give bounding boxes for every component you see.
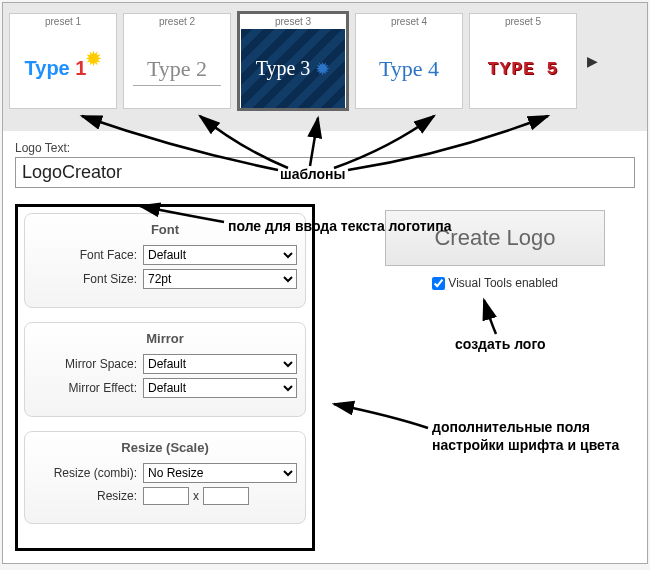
- resize-width-input[interactable]: [143, 487, 189, 505]
- font-face-label: Font Face:: [33, 248, 143, 262]
- mirror-space-select[interactable]: Default: [143, 354, 297, 374]
- resize-height-input[interactable]: [203, 487, 249, 505]
- panel-title: Mirror: [33, 331, 297, 346]
- preset-preview: Type 4: [357, 29, 461, 108]
- font-size-label: Font Size:: [33, 272, 143, 286]
- preset-preview: Type 1✹: [11, 29, 115, 108]
- presets-strip: preset 1 Type 1✹ preset 2 Type 2 preset …: [3, 3, 647, 131]
- preset-label: preset 3: [275, 14, 311, 29]
- resize-sep: x: [189, 489, 203, 503]
- settings-column: Font Font Face: Default Font Size: 72pt …: [15, 204, 315, 551]
- font-panel: Font Font Face: Default Font Size: 72pt: [24, 213, 306, 308]
- resize-combi-label: Resize (combi):: [33, 466, 143, 480]
- mirror-effect-label: Mirror Effect:: [33, 381, 143, 395]
- panel-title: Font: [33, 222, 297, 237]
- preset-label: preset 1: [45, 14, 81, 29]
- settings-outline: Font Font Face: Default Font Size: 72pt …: [15, 204, 315, 551]
- app-frame: preset 1 Type 1✹ preset 2 Type 2 preset …: [2, 2, 648, 564]
- main-area: Logo Text: Font Font Face: Default Font …: [3, 131, 647, 563]
- preset-preview: Type 3 ✹: [241, 29, 345, 108]
- preset-card-3[interactable]: preset 3 Type 3 ✹: [237, 11, 349, 111]
- create-logo-button[interactable]: Create Logo: [385, 210, 605, 266]
- mirror-space-label: Mirror Space:: [33, 357, 143, 371]
- resize-combi-select[interactable]: No Resize: [143, 463, 297, 483]
- preset-label: preset 5: [505, 14, 541, 29]
- preset-card-5[interactable]: preset 5 TYPE 5: [469, 13, 577, 109]
- logo-text-input[interactable]: [15, 157, 635, 188]
- logo-text-label: Logo Text:: [15, 141, 635, 155]
- visual-tools-checkbox[interactable]: [432, 277, 445, 290]
- action-column: Create Logo Visual Tools enabled: [355, 204, 635, 551]
- preset-card-1[interactable]: preset 1 Type 1✹: [9, 13, 117, 109]
- panel-title: Resize (Scale): [33, 440, 297, 455]
- mirror-panel: Mirror Mirror Space: Default Mirror Effe…: [24, 322, 306, 417]
- preset-label: preset 4: [391, 14, 427, 29]
- preset-preview: Type 2: [125, 29, 229, 108]
- resize-label: Resize:: [33, 489, 143, 503]
- preset-label: preset 2: [159, 14, 195, 29]
- font-face-select[interactable]: Default: [143, 245, 297, 265]
- mirror-effect-select[interactable]: Default: [143, 378, 297, 398]
- preset-card-2[interactable]: preset 2 Type 2: [123, 13, 231, 109]
- visual-tools-row: Visual Tools enabled: [355, 276, 635, 290]
- next-preset-icon[interactable]: ▶: [583, 53, 602, 69]
- visual-tools-label: Visual Tools enabled: [448, 276, 558, 290]
- font-size-select[interactable]: 72pt: [143, 269, 297, 289]
- preset-card-4[interactable]: preset 4 Type 4: [355, 13, 463, 109]
- resize-panel: Resize (Scale) Resize (combi): No Resize…: [24, 431, 306, 524]
- preset-preview: TYPE 5: [471, 29, 575, 108]
